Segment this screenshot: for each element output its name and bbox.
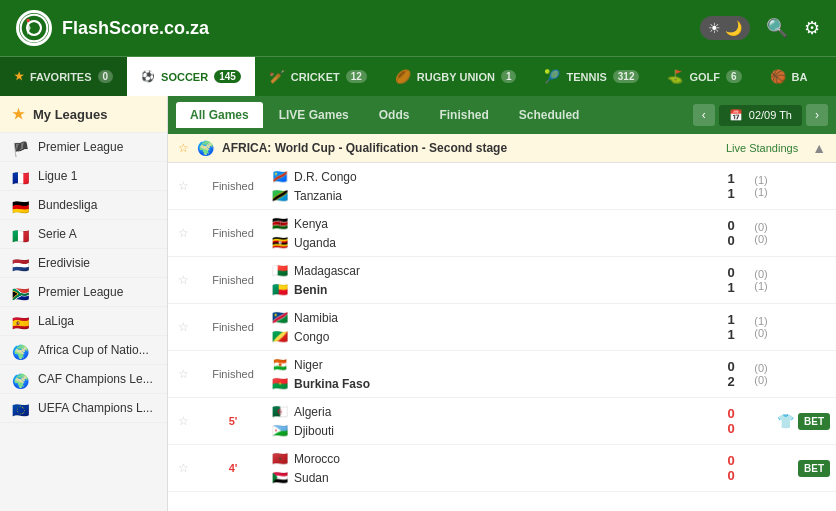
soccer-label: SOCCER [161,71,208,83]
sidebar-item-uefa-champions[interactable]: 🇪🇺 UEFA Champions L... [0,394,167,423]
sidebar-item-laliga[interactable]: 🇪🇸 LaLiga [0,307,167,336]
team1-name-m4: Namibia [294,311,712,325]
next-date-button[interactable]: › [806,104,828,126]
team2-flag-m1: 🇹🇿 [272,188,288,203]
serie-a-name: Serie A [38,227,155,241]
match-favorite-m2[interactable]: ☆ [168,226,198,240]
sidebar-item-premier-league-sa[interactable]: 🇿🇦 Premier League [0,278,167,307]
caf-champions-flag-icon: 🌍 [12,373,30,385]
search-icon[interactable]: 🔍 [766,17,788,39]
premier-league-eng-flag-icon: 🏴 [12,141,30,153]
tab-odds-label: Odds [379,108,410,122]
nav-tab-rugby[interactable]: 🏉 RUGBY UNION 1 [381,57,531,96]
africa-cup-flag-icon: 🌍 [12,344,30,356]
nav-tab-cricket[interactable]: 🏏 CRICKET 12 [255,57,381,96]
sidebar-item-premier-league-eng[interactable]: 🏴 Premier League [0,133,167,162]
match-favorite-m6[interactable]: ☆ [168,414,198,428]
theme-toggle[interactable]: ☀ 🌙 [700,16,750,40]
current-date: 02/09 Th [749,109,792,121]
lineup-shirt-icon[interactable]: 👕 [777,413,794,429]
prev-date-button[interactable]: ‹ [693,104,715,126]
logo-icon [16,10,52,46]
match-score1-m5: 0 [716,359,746,374]
golf-icon: ⛳ [667,69,683,84]
match-row: ☆ Finished 🇳🇪 Niger 🇧🇫 Burkina Faso 0 2 [168,351,836,398]
main-layout: ★ My Leagues 🏴 Premier League 🇫🇷 Ligue 1… [0,96,836,511]
team1-name-m2: Kenya [294,217,712,231]
bet-button-m7[interactable]: BET [798,460,830,477]
bundesliga-name: Bundesliga [38,198,155,212]
match-favorite-m3[interactable]: ☆ [168,273,198,287]
match-row: ☆ Finished 🇰🇪 Kenya 🇺🇬 Uganda 0 0 (0) [168,210,836,257]
match-score2-m2: 0 [716,233,746,248]
rugby-label: RUGBY UNION [417,71,495,83]
sidebar-item-africa-cup[interactable]: 🌍 Africa Cup of Natio... [0,336,167,365]
match-score2-m6: 0 [716,421,746,436]
tab-odds[interactable]: Odds [365,102,424,128]
match-score2-m5: 2 [716,374,746,389]
golf-label: GOLF [689,71,720,83]
settings-icon[interactable]: ⚙ [804,17,820,39]
live-standings-link[interactable]: Live Standings [726,142,798,154]
svg-point-3 [27,19,30,22]
favorites-star-icon: ★ [14,70,24,83]
section-star-icon[interactable]: ☆ [178,141,189,155]
section-header: ☆ 🌍 AFRICA: World Cup - Qualification - … [168,134,836,163]
nav-tab-tennis[interactable]: 🎾 TENNIS 312 [530,57,653,96]
match-teams-m6: 🇩🇿 Algeria 🇩🇯 Djibouti [268,400,716,442]
nav-tab-soccer[interactable]: ⚽ SOCCER 145 [127,57,255,96]
sidebar-item-serie-a[interactable]: 🇮🇹 Serie A [0,220,167,249]
tennis-icon: 🎾 [544,69,560,84]
match-teams-m2: 🇰🇪 Kenya 🇺🇬 Uganda [268,212,716,254]
expand-section-button[interactable]: ▲ [812,140,826,156]
match-favorite-m5[interactable]: ☆ [168,367,198,381]
match-score2-m7: 0 [716,468,746,483]
calendar-icon: 📅 [729,109,743,122]
match-status-m1: Finished [198,180,268,192]
nav-tab-golf[interactable]: ⛳ GOLF 6 [653,57,755,96]
eredivisie-name: Eredivisie [38,256,155,270]
bundesliga-flag-icon: 🇩🇪 [12,199,30,211]
cricket-label: CRICKET [291,71,340,83]
header: FlashScore.co.za ☀ 🌙 🔍 ⚙ [0,0,836,56]
match-extra1-m5: (0) [746,362,776,374]
sidebar-item-caf-champions[interactable]: 🌍 CAF Champions Le... [0,365,167,394]
match-favorite-m7[interactable]: ☆ [168,461,198,475]
match-team2-m4: 🇨🇬 Congo [272,327,712,346]
match-team2-m2: 🇺🇬 Uganda [272,233,712,252]
tab-finished[interactable]: Finished [425,102,502,128]
match-favorite-m4[interactable]: ☆ [168,320,198,334]
tab-all-games-label: All Games [190,108,249,122]
cricket-icon: 🏏 [269,69,285,84]
match-score2-m4: 1 [716,327,746,342]
match-team1-m5: 🇳🇪 Niger [272,355,712,374]
match-status-m6: 5' [198,415,268,427]
serie-a-flag-icon: 🇮🇹 [12,228,30,240]
team1-name-m6: Algeria [294,405,712,419]
match-teams-m1: 🇨🇩 D.R. Congo 🇹🇿 Tanzania [268,165,716,207]
sidebar-item-bundesliga[interactable]: 🇩🇪 Bundesliga [0,191,167,220]
tab-scheduled[interactable]: Scheduled [505,102,594,128]
header-icons: ☀ 🌙 🔍 ⚙ [700,16,820,40]
team1-flag-m6: 🇩🇿 [272,404,288,419]
tab-live-games[interactable]: LIVE Games [265,102,363,128]
match-team2-m5: 🇧🇫 Burkina Faso [272,374,712,393]
ba-icon: 🏀 [770,69,786,84]
match-status-m5: Finished [198,368,268,380]
tab-all-games[interactable]: All Games [176,102,263,128]
nav-tab-favorites[interactable]: ★ FAVORITES 0 [0,57,127,96]
team2-flag-m4: 🇨🇬 [272,329,288,344]
match-teams-m4: 🇳🇦 Namibia 🇨🇬 Congo [268,306,716,348]
sidebar-item-ligue1[interactable]: 🇫🇷 Ligue 1 [0,162,167,191]
logo-text: FlashScore.co.za [62,18,209,39]
content-tabs-nav: ‹ 📅 02/09 Th › [693,104,828,126]
sidebar-item-eredivisie[interactable]: 🇳🇱 Eredivisie [0,249,167,278]
bet-button-m6[interactable]: BET [798,413,830,430]
nav-tab-ba[interactable]: 🏀 BA [756,57,822,96]
match-favorite-m1[interactable]: ☆ [168,179,198,193]
match-team2-m6: 🇩🇯 Djibouti [272,421,712,440]
match-team2-m3: 🇧🇯 Benin [272,280,712,299]
team1-name-m5: Niger [294,358,712,372]
golf-count: 6 [726,70,742,83]
team2-name-m2: Uganda [294,236,712,250]
